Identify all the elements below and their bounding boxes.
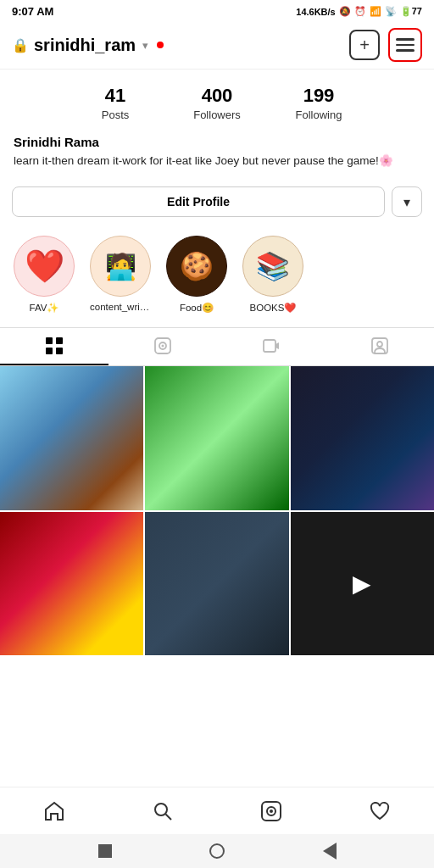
highlight-content[interactable]: 🧑‍💻 content_writin... <box>90 236 151 314</box>
wifi-icon: 📡 <box>385 6 397 17</box>
heart-icon <box>369 800 391 822</box>
plus-icon: + <box>359 36 370 55</box>
nav-reels[interactable] <box>253 793 290 830</box>
posts-count: 41 <box>105 85 125 107</box>
lock-icon: 🔒 <box>12 37 29 53</box>
photo-6-reel[interactable]: ▶ <box>291 512 434 655</box>
tab-tagged[interactable] <box>326 328 434 365</box>
highlight-circle-content: 🧑‍💻 <box>90 236 151 297</box>
status-time: 9:07 AM <box>12 5 53 18</box>
highlight-circle-books: 📚 <box>242 236 303 297</box>
reels-nav-icon <box>260 800 282 822</box>
search-icon <box>152 800 174 822</box>
android-back-button[interactable] <box>323 843 337 860</box>
highlight-circle-food: 🍪 <box>166 236 227 297</box>
svg-rect-1 <box>56 337 63 344</box>
highlight-label-content: content_writin... <box>90 302 151 312</box>
svg-rect-0 <box>46 337 53 344</box>
following-label: Following <box>296 108 342 121</box>
header-right: + <box>349 28 422 62</box>
svg-rect-7 <box>264 340 275 352</box>
home-icon <box>43 800 65 822</box>
online-dot-icon <box>157 42 164 48</box>
header-left: 🔒 srinidhi_ram ▾ <box>12 36 164 55</box>
chevron-down-icon: ▾ <box>403 194 410 210</box>
food-icon: 🍪 <box>180 250 214 282</box>
username: srinidhi_ram <box>34 36 136 55</box>
sim-icon: 📶 <box>370 6 381 17</box>
tab-reels[interactable] <box>108 328 217 365</box>
followers-stat[interactable]: 400 Followers <box>166 85 268 121</box>
edit-profile-button[interactable]: Edit Profile <box>12 186 385 217</box>
profile-header: 🔒 srinidhi_ram ▾ + <box>0 21 434 70</box>
bio-text: learn it-then dream it-work for it-eat l… <box>14 153 420 170</box>
android-nav-bar <box>0 834 434 868</box>
menu-button[interactable] <box>388 28 422 62</box>
triangle-icon <box>323 843 337 860</box>
photo-2[interactable] <box>145 366 288 509</box>
posts-label: Posts <box>102 108 130 121</box>
photo-5[interactable] <box>145 512 288 655</box>
status-bar: 9:07 AM 14.6KB/s 🔕 ⏰ 📶 📡 🔋77 <box>0 0 434 21</box>
followers-count: 400 <box>202 85 233 107</box>
photo-4[interactable] <box>0 512 143 655</box>
android-recent-button[interactable] <box>98 844 112 858</box>
svg-point-9 <box>377 342 382 347</box>
reels-icon <box>153 337 172 355</box>
following-count: 199 <box>303 85 335 107</box>
posts-stat[interactable]: 41 Posts <box>64 85 166 121</box>
nav-home[interactable] <box>36 793 73 830</box>
username-chevron-icon[interactable]: ▾ <box>142 39 148 52</box>
highlight-label-fav: FAV✨ <box>30 302 59 314</box>
network-speed: 14.6KB/s <box>296 7 335 17</box>
nav-search[interactable] <box>144 793 181 830</box>
svg-point-6 <box>162 345 164 348</box>
svg-rect-2 <box>46 348 53 354</box>
status-right: 14.6KB/s 🔕 ⏰ 📶 📡 🔋77 <box>296 6 422 17</box>
svg-point-14 <box>270 810 273 813</box>
mute-icon: 🔕 <box>339 6 351 17</box>
bottom-nav <box>0 787 434 834</box>
content-icon: 🧑‍💻 <box>105 252 136 281</box>
svg-rect-3 <box>56 348 63 354</box>
highlight-label-books: BOOKS❤️ <box>250 302 297 314</box>
books-icon: 📚 <box>256 250 290 282</box>
tab-igtv[interactable] <box>217 328 326 365</box>
photo-1[interactable] <box>0 366 143 509</box>
play-icon: ▶ <box>353 570 371 598</box>
profile-dropdown-button[interactable]: ▾ <box>392 186 422 217</box>
bio-section: Srinidhi Rama learn it-then dream it-wor… <box>0 133 434 181</box>
photo-3[interactable] <box>291 366 434 509</box>
highlights-row: ❤️ FAV✨ 🧑‍💻 content_writin... 🍪 Food😊 📚 … <box>0 229 434 327</box>
content-tabs <box>0 327 434 366</box>
fav-icon: ❤️ <box>25 248 64 285</box>
action-row: Edit Profile ▾ <box>0 181 434 229</box>
igtv-icon <box>262 337 281 355</box>
battery-icon: 🔋77 <box>400 6 422 17</box>
menu-bar-1 <box>396 38 415 41</box>
add-content-button[interactable]: + <box>349 30 380 60</box>
highlight-books[interactable]: 📚 BOOKS❤️ <box>242 236 303 314</box>
tab-grid[interactable] <box>0 328 108 365</box>
highlight-circle-fav: ❤️ <box>14 236 75 297</box>
alarm-icon: ⏰ <box>354 6 366 17</box>
highlight-label-food: Food😊 <box>180 302 214 314</box>
svg-line-11 <box>166 814 172 820</box>
circle-icon <box>209 843 225 859</box>
following-stat[interactable]: 199 Following <box>268 85 370 121</box>
menu-bar-2 <box>396 44 415 47</box>
grid-icon <box>45 337 64 355</box>
photo-grid: ▶ <box>0 366 434 655</box>
menu-bar-3 <box>396 49 415 52</box>
nav-activity[interactable] <box>361 793 398 830</box>
svg-point-10 <box>155 804 167 815</box>
highlight-fav[interactable]: ❤️ FAV✨ <box>14 236 75 314</box>
bio-name: Srinidhi Rama <box>14 135 420 149</box>
highlight-food[interactable]: 🍪 Food😊 <box>166 236 227 314</box>
android-home-button[interactable] <box>209 843 225 859</box>
followers-label: Followers <box>193 108 241 121</box>
tagged-icon <box>370 337 389 355</box>
square-icon <box>98 844 112 858</box>
stats-row: 41 Posts 400 Followers 199 Following <box>0 70 434 133</box>
